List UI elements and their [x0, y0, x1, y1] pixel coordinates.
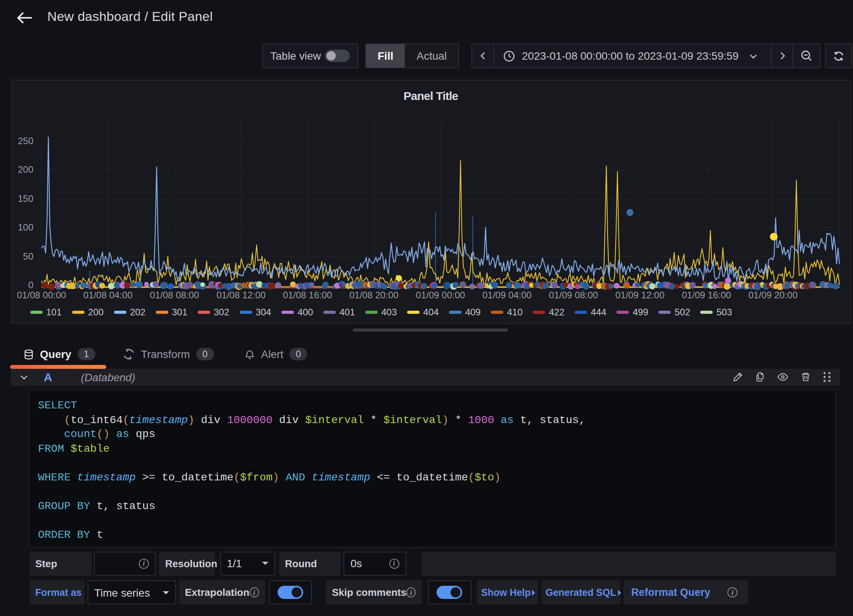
svg-text:01/08 00:00: 01/08 00:00 [17, 289, 66, 300]
svg-text:250: 250 [17, 135, 33, 146]
svg-text:01/09 16:00: 01/09 16:00 [682, 289, 731, 300]
svg-text:50: 50 [22, 251, 33, 261]
svg-text:01/08 08:00: 01/08 08:00 [150, 289, 199, 300]
svg-text:150: 150 [17, 193, 33, 203]
svg-text:01/08 20:00: 01/08 20:00 [349, 289, 398, 300]
svg-text:01/09 00:00: 01/09 00:00 [416, 289, 465, 300]
svg-text:01/09 04:00: 01/09 04:00 [482, 289, 531, 300]
svg-text:0: 0 [28, 279, 33, 290]
svg-text:01/09 20:00: 01/09 20:00 [748, 289, 797, 300]
svg-text:01/08 04:00: 01/08 04:00 [83, 289, 132, 300]
svg-text:01/08 16:00: 01/08 16:00 [283, 289, 332, 300]
svg-text:01/09 12:00: 01/09 12:00 [615, 289, 664, 300]
svg-text:200: 200 [17, 164, 33, 174]
svg-text:01/09 08:00: 01/09 08:00 [549, 289, 598, 300]
svg-text:100: 100 [17, 222, 33, 232]
svg-text:01/08 12:00: 01/08 12:00 [216, 289, 265, 300]
